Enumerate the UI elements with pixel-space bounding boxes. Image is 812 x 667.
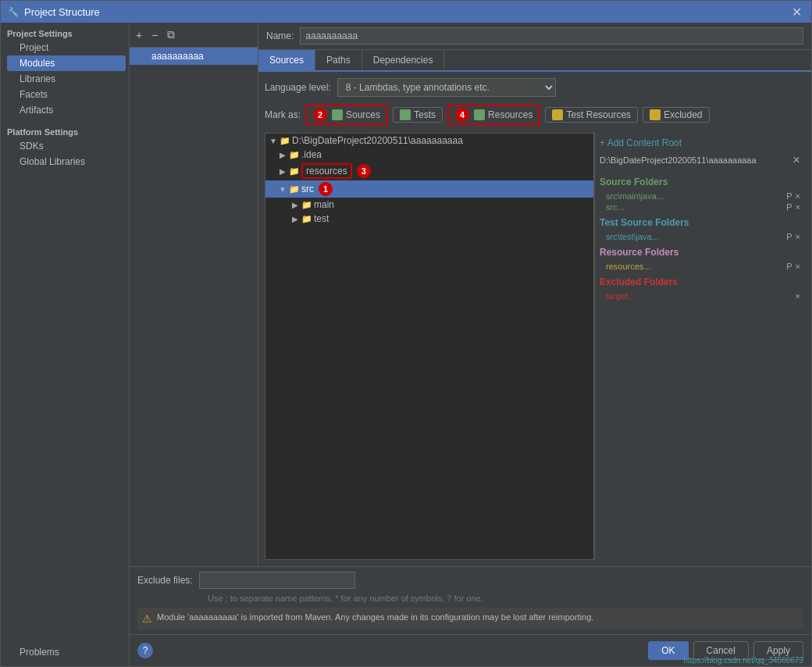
mark-sources-button[interactable]: 2 Sources bbox=[305, 105, 388, 125]
remove-module-button[interactable]: − bbox=[148, 27, 161, 43]
source-folder-x-1[interactable]: × bbox=[796, 191, 800, 201]
tree-text-src: src bbox=[301, 184, 314, 194]
name-label: Name: bbox=[266, 30, 294, 41]
sidebar-item-global-libraries[interactable]: Global Libraries bbox=[7, 154, 126, 169]
sidebar-item-facets[interactable]: Facets bbox=[7, 87, 126, 102]
test-source-folder-entry-1: src\test\java... P × bbox=[600, 231, 800, 242]
copy-module-button[interactable]: ⧉ bbox=[164, 27, 178, 43]
sidebar-item-artifacts[interactable]: Artifacts bbox=[7, 102, 126, 118]
resource-folder-p-1[interactable]: P bbox=[786, 262, 792, 271]
warning-icon: ⚠ bbox=[142, 612, 152, 625]
detail-panel: Name: Sources Paths Dependencies bbox=[258, 23, 811, 566]
platform-settings-section: Platform Settings SDKs Global Libraries bbox=[1, 121, 129, 173]
exclude-files-input[interactable] bbox=[199, 572, 355, 589]
tree-item-src[interactable]: ▼ 📁 src 1 bbox=[265, 180, 593, 198]
tree-item-resources[interactable]: ▶ 📁 resources 3 bbox=[265, 162, 593, 180]
lang-level-label: Language level: bbox=[265, 82, 331, 93]
sources-content: Language level: 8 - Lambdas, type annota… bbox=[258, 72, 811, 566]
tree-root[interactable]: ▼ 📁 D:\BigDateProject20200511\aaaaaaaaaa bbox=[265, 134, 593, 148]
app-icon: 🔧 bbox=[7, 5, 20, 18]
source-folder-x-2[interactable]: × bbox=[796, 202, 800, 212]
resource-folder-text-1: resources... bbox=[606, 262, 650, 271]
source-folder-p-2[interactable]: P bbox=[786, 202, 792, 212]
excluded-folder-x-1[interactable]: × bbox=[796, 291, 800, 301]
source-folder-actions-1: P × bbox=[786, 191, 800, 201]
folder-icon-root: 📁 bbox=[280, 136, 290, 146]
add-module-button[interactable]: + bbox=[133, 27, 145, 43]
content-root-close[interactable]: ✕ bbox=[792, 155, 800, 166]
mark-resources-button[interactable]: 4 Resources bbox=[447, 105, 540, 125]
sidebar: Project Settings Project Modules Librari… bbox=[1, 23, 130, 666]
source-folder-text-1: src\main\java... bbox=[606, 191, 664, 201]
folder-icon-test: 📁 bbox=[301, 214, 312, 224]
tab-sources[interactable]: Sources bbox=[258, 50, 315, 70]
close-button[interactable]: ✕ bbox=[789, 5, 805, 20]
tree-arrow-main: ▶ bbox=[290, 201, 300, 209]
file-tree: ▼ 📁 D:\BigDateProject20200511\aaaaaaaaaa… bbox=[265, 133, 594, 560]
mark-test-resources-button[interactable]: Test Resources bbox=[545, 107, 638, 123]
module-and-detail: + − ⧉ aaaaaaaaaa Name: bbox=[130, 23, 811, 566]
mark-tests-button[interactable]: Tests bbox=[393, 107, 443, 123]
tree-item-main[interactable]: ▶ 📁 main bbox=[265, 198, 593, 212]
tree-arrow-src: ▼ bbox=[278, 185, 287, 194]
module-icon bbox=[136, 52, 148, 61]
tree-badge-resources: 3 bbox=[357, 164, 371, 178]
module-item[interactable]: aaaaaaaaaa bbox=[130, 48, 258, 65]
resource-folder-entry-1: resources... P × bbox=[600, 261, 800, 272]
project-structure-dialog: 🔧 Project Structure ✕ Project Settings P… bbox=[0, 0, 812, 667]
problems-section: Problems bbox=[1, 638, 129, 666]
excluded-folders-header: Excluded Folders bbox=[600, 276, 800, 287]
tree-text-root: D:\BigDateProject20200511\aaaaaaaaaa bbox=[292, 135, 463, 146]
tree-item-test[interactable]: ▶ 📁 test bbox=[265, 212, 593, 226]
test-source-folder-text-1: src\test\java... bbox=[606, 232, 659, 241]
warning-text: Module 'aaaaaaaaaa' is imported from Mav… bbox=[157, 612, 593, 622]
mark-excluded-button[interactable]: Excluded bbox=[643, 107, 709, 123]
excluded-folder-text-1: target... bbox=[606, 291, 635, 301]
name-row: Name: bbox=[258, 23, 811, 50]
sidebar-item-project[interactable]: Project bbox=[7, 40, 126, 55]
tests-icon bbox=[400, 109, 411, 120]
mark-as-label: Mark as: bbox=[265, 109, 301, 120]
tree-item-idea[interactable]: ▶ 📁 .idea bbox=[265, 148, 593, 162]
excluded-folder-actions-1: × bbox=[796, 291, 800, 301]
tab-paths[interactable]: Paths bbox=[315, 50, 362, 70]
test-source-folder-actions-1: P × bbox=[786, 232, 800, 241]
dialog-title: Project Structure bbox=[24, 6, 100, 18]
add-content-root-link[interactable]: + Add Content Root bbox=[600, 137, 800, 148]
tree-text-resources: resources bbox=[301, 163, 352, 179]
watermark-text: https://blog.csdn.net/qq_34566673 bbox=[684, 656, 803, 665]
project-settings-title: Project Settings bbox=[7, 29, 126, 38]
folder-icon-main: 📁 bbox=[301, 200, 312, 210]
platform-settings-title: Platform Settings bbox=[7, 127, 126, 137]
title-bar-left: 🔧 Project Structure bbox=[7, 5, 100, 18]
ok-button[interactable]: OK bbox=[648, 641, 688, 660]
tree-arrow-test: ▶ bbox=[290, 215, 300, 223]
test-folder-x-1[interactable]: × bbox=[796, 232, 800, 241]
module-toolbar: + − ⧉ bbox=[130, 23, 258, 48]
test-folder-p-1[interactable]: P bbox=[786, 232, 792, 241]
help-button[interactable]: ? bbox=[137, 643, 153, 658]
tree-badge-src: 1 bbox=[319, 182, 333, 196]
resource-folder-x-1[interactable]: × bbox=[796, 262, 800, 271]
sidebar-item-sdks[interactable]: SDKs bbox=[7, 138, 126, 154]
name-input[interactable] bbox=[300, 27, 803, 45]
source-folder-entry-2: src... P × bbox=[600, 202, 800, 212]
right-content-area: + − ⧉ aaaaaaaaaa Name: bbox=[130, 23, 811, 666]
tree-arrow-resources: ▶ bbox=[278, 167, 287, 176]
lang-level-select[interactable]: 8 - Lambdas, type annotations etc. bbox=[337, 78, 556, 97]
source-folder-p-1[interactable]: P bbox=[786, 191, 792, 201]
content-root-text: D:\BigDateProject20200511\aaaaaaaaaa bbox=[600, 155, 757, 165]
resources-icon bbox=[474, 109, 485, 120]
tab-dependencies[interactable]: Dependencies bbox=[362, 50, 445, 70]
sidebar-item-libraries[interactable]: Libraries bbox=[7, 71, 126, 87]
source-folder-text-2: src... bbox=[606, 202, 625, 212]
exclude-files-label: Exclude files: bbox=[137, 575, 193, 586]
excluded-icon bbox=[650, 109, 661, 120]
sources-icon bbox=[332, 109, 343, 120]
sidebar-item-modules[interactable]: Modules bbox=[7, 55, 126, 71]
tree-arrow-root: ▼ bbox=[269, 137, 278, 145]
title-bar: 🔧 Project Structure ✕ bbox=[1, 1, 811, 23]
sidebar-item-problems[interactable]: Problems bbox=[7, 644, 123, 660]
excluded-folder-entry-1: target... × bbox=[600, 291, 800, 301]
lang-level-row: Language level: 8 - Lambdas, type annota… bbox=[265, 78, 805, 97]
